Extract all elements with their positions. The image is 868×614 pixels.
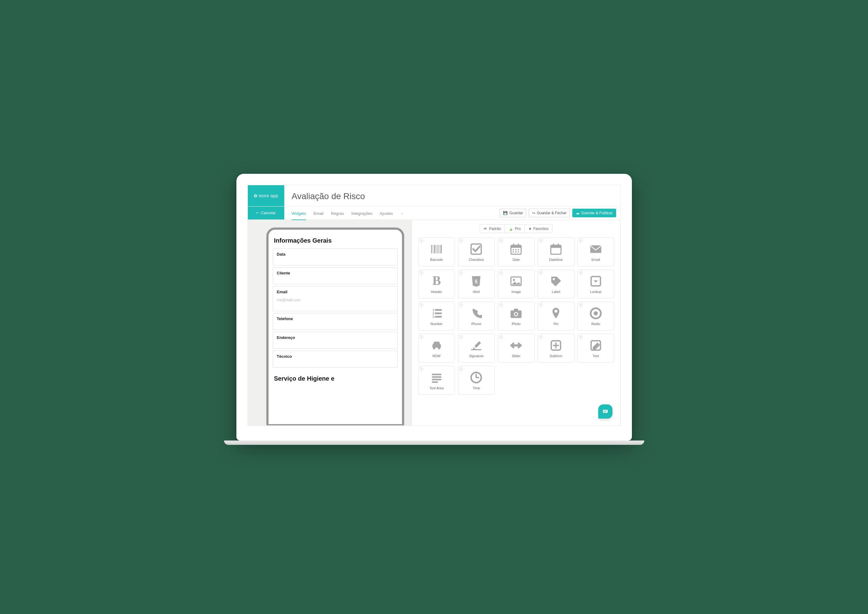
arrow-left-icon: 🡐 xyxy=(256,211,260,215)
image-icon xyxy=(509,274,523,288)
widget-tile-label: Radio xyxy=(591,322,600,326)
info-icon[interactable]: i xyxy=(419,367,423,371)
header-icon xyxy=(430,274,443,288)
field-label: Endereço xyxy=(277,335,394,340)
widget-tile-datetime[interactable]: iDatetime xyxy=(538,237,574,267)
save-close-button[interactable]: ↪ Guardar & Fechar xyxy=(529,209,570,217)
widget-tile-subform[interactable]: iSubform xyxy=(538,334,574,363)
info-icon[interactable]: i xyxy=(499,239,503,243)
info-icon[interactable]: i xyxy=(579,239,583,243)
info-icon[interactable]: i xyxy=(459,335,463,339)
info-icon[interactable]: i xyxy=(459,239,463,243)
barcode-icon xyxy=(430,242,443,256)
widget-tile-photo[interactable]: iPhoto xyxy=(498,302,535,330)
save-label: Guardar xyxy=(509,211,523,215)
widget-tile-label: Signature xyxy=(469,354,484,358)
info-icon[interactable]: i xyxy=(579,335,583,339)
tab-more-chevron-icon[interactable]: ‹ xyxy=(400,206,404,220)
widget-tile-label: Text xyxy=(593,354,599,358)
tab-regras[interactable]: Regras xyxy=(331,207,344,220)
widget-tile-label: Number xyxy=(431,322,442,326)
info-icon[interactable]: i xyxy=(419,335,423,339)
filter-favoritos[interactable]: ★Favoritos xyxy=(525,225,552,233)
info-icon[interactable]: i xyxy=(459,367,463,371)
page-title: Avaliação de Risco xyxy=(292,191,613,201)
email-icon xyxy=(589,242,602,256)
widget-tile-header[interactable]: iHeader xyxy=(418,270,455,299)
widget-tile-slider[interactable]: iSlider xyxy=(498,334,535,363)
text-icon xyxy=(589,339,602,352)
save-publish-button[interactable]: ☁ Guardar & Publicar xyxy=(572,209,616,217)
widget-tile-number[interactable]: iNumber xyxy=(418,302,455,330)
field-data[interactable]: Data xyxy=(273,248,398,265)
info-icon[interactable]: i xyxy=(499,271,503,275)
filter-padrao[interactable]: 🕫Padrão xyxy=(480,225,505,233)
filter-pro-label: Pro xyxy=(515,226,521,231)
info-icon[interactable]: i xyxy=(499,303,503,307)
info-icon[interactable]: i xyxy=(459,303,463,307)
number-icon xyxy=(430,307,443,320)
info-icon[interactable]: i xyxy=(579,271,583,275)
info-icon[interactable]: i xyxy=(579,303,583,307)
widget-tile-image[interactable]: iImage xyxy=(498,270,535,299)
info-icon[interactable]: i xyxy=(539,303,543,307)
brand-logo[interactable]: ✿ more app xyxy=(248,185,284,206)
signature-icon xyxy=(470,339,483,352)
widget-tile-text[interactable]: iText xyxy=(577,334,614,363)
widget-tile-textarea[interactable]: iText Area xyxy=(418,366,455,395)
field-endereco[interactable]: Endereço xyxy=(273,332,398,349)
widget-tile-label: Lookup xyxy=(590,290,601,293)
widget-tile-time[interactable]: iTime xyxy=(458,366,495,395)
field-label: Telefone xyxy=(277,316,394,321)
info-icon[interactable]: i xyxy=(419,303,423,307)
widget-tile-html[interactable]: iHtml xyxy=(458,270,495,299)
field-label: Email xyxy=(277,290,394,294)
widget-tile-signature[interactable]: iSignature xyxy=(458,334,495,363)
cancel-button[interactable]: 🡐 Cancelar xyxy=(248,206,284,220)
info-icon[interactable]: i xyxy=(539,271,543,275)
widget-tile-phone[interactable]: iPhone xyxy=(458,302,495,330)
widget-tile-label: Image xyxy=(512,290,521,293)
section-title-2: Serviço de Higiene e xyxy=(274,375,397,382)
slider-icon xyxy=(509,339,523,352)
save-button[interactable]: 💾 Guardar xyxy=(500,209,526,217)
info-icon[interactable]: i xyxy=(499,335,503,339)
subform-icon xyxy=(549,339,563,352)
chat-fab[interactable] xyxy=(598,405,613,419)
action-buttons: 💾 Guardar ↪ Guardar & Fechar ☁ Guardar &… xyxy=(495,206,620,220)
save-icon: 💾 xyxy=(503,211,508,215)
tabs: Widgets Email Regras Integrações Ajustes… xyxy=(284,206,496,220)
widget-tile-email[interactable]: iEmail xyxy=(577,237,614,267)
filter-pro[interactable]: 🍃Pro xyxy=(505,225,525,233)
widget-tile-radio[interactable]: iRadio xyxy=(577,302,614,330)
info-icon[interactable]: i xyxy=(539,239,543,243)
info-icon[interactable]: i xyxy=(539,335,543,339)
widget-tile-barcode[interactable]: iBarcode xyxy=(418,237,455,267)
widget-tile-label: Header xyxy=(431,290,442,293)
field-label: Data xyxy=(277,252,394,257)
pin-icon xyxy=(549,307,563,320)
save-close-label: Guardar & Fechar xyxy=(537,211,566,215)
field-email[interactable]: Email me@mail.com xyxy=(273,286,398,311)
widget-tile-checkbox[interactable]: iCheckbox xyxy=(458,237,495,267)
textarea-icon xyxy=(430,371,443,385)
field-tecnico[interactable]: Técnico xyxy=(273,351,398,367)
tab-integracoes[interactable]: Integrações xyxy=(352,207,372,220)
photo-icon xyxy=(509,307,523,320)
widget-tile-date[interactable]: iDate xyxy=(498,237,535,267)
leaf-icon: 🍃 xyxy=(509,226,513,231)
filter-padrao-label: Padrão xyxy=(489,226,501,231)
widget-tile-label[interactable]: iLabel xyxy=(538,270,574,299)
tab-email[interactable]: Email xyxy=(313,207,324,220)
field-telefone[interactable]: Telefone xyxy=(273,313,398,330)
info-icon[interactable]: i xyxy=(419,271,423,275)
widget-tile-pin[interactable]: iPin xyxy=(538,302,574,330)
info-icon[interactable]: i xyxy=(419,239,423,243)
widget-tile-rdw[interactable]: iRDW xyxy=(418,334,455,363)
tab-ajustes[interactable]: Ajustes xyxy=(380,207,393,220)
tab-widgets[interactable]: Widgets xyxy=(292,207,306,220)
info-icon[interactable]: i xyxy=(459,271,463,275)
field-cliente[interactable]: Cliente xyxy=(273,267,398,284)
widget-tile-lookup[interactable]: iLookup xyxy=(577,270,614,299)
widget-tile-label: Label xyxy=(552,290,560,293)
